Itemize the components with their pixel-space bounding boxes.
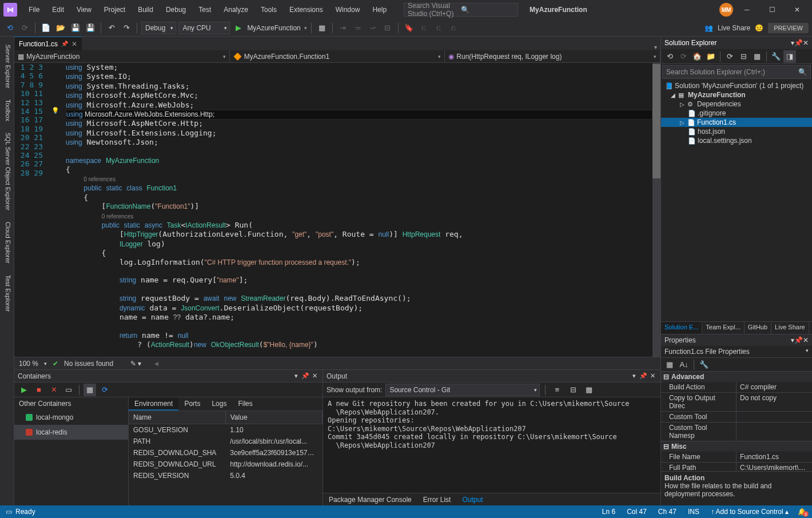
pin-panel-icon[interactable]: 📌 (794, 336, 803, 344)
col-name[interactable]: Name (129, 411, 225, 424)
bottom-tab-package-manager-console[interactable]: Package Manager Console (327, 495, 414, 505)
minimize-button[interactable]: ─ (735, 2, 758, 18)
tree-file-hostjson[interactable]: 📄host.json (661, 127, 812, 136)
undo-icon[interactable]: ↶ (105, 22, 118, 34)
platform-combo[interactable]: Any CPU (178, 22, 230, 34)
nav-member-combo[interactable]: ◉Run(HttpRequest req, ILogger log) (445, 50, 660, 62)
close-tab-icon[interactable]: ✕ (71, 40, 77, 48)
close-panel-icon[interactable]: ✕ (803, 336, 809, 344)
quick-search[interactable]: Search Visual Studio (Ctrl+Q) 🔍 (404, 3, 518, 17)
env-row[interactable]: GOSU_VERSION1.10 (129, 424, 323, 436)
left-tab-server-explorer[interactable]: Server Explorer (0, 39, 14, 94)
editor-scrollbar[interactable] (652, 63, 660, 357)
menu-file[interactable]: File (23, 2, 45, 17)
new-item-icon[interactable]: 📄 (39, 22, 52, 34)
props-categorized-icon[interactable]: ▦ (663, 358, 676, 371)
preview-button[interactable]: PREVIEW (768, 23, 809, 33)
tree-file-function1[interactable]: ▷📄Function1.cs (661, 118, 812, 127)
se-search-box[interactable]: Search Solution Explorer (Ctrl+;) 🔍 (662, 65, 811, 79)
cont-terminal-icon[interactable]: ▭ (62, 384, 75, 396)
save-icon[interactable]: 💾 (69, 22, 82, 34)
output-source-combo[interactable]: Source Control - Git (385, 384, 540, 396)
menu-help[interactable]: Help (367, 2, 392, 17)
prop-row[interactable]: Custom Tool Namesp (661, 423, 812, 441)
issues-label[interactable]: No issues found (64, 360, 113, 368)
pin-panel-icon[interactable]: 📌 (639, 372, 648, 381)
left-tab-test-explorer[interactable]: Test Explorer (0, 269, 14, 317)
menu-project[interactable]: Project (98, 2, 131, 17)
menu-analyze[interactable]: Analyze (218, 2, 254, 17)
close-panel-icon[interactable]: ✕ (310, 372, 319, 381)
status-line[interactable]: Ln 6 (602, 508, 615, 516)
toolbar-icon-8[interactable]: ⎌ (447, 22, 460, 34)
left-tab-toolbox[interactable]: Toolbox (0, 94, 14, 127)
nav-class-combo[interactable]: 🔶MyAzureFunction.Function1 (230, 50, 445, 62)
cont-stop-icon[interactable]: ■ (33, 384, 45, 396)
document-tab-function1[interactable]: Function1.cs 📌 ✕ (14, 37, 82, 50)
cont-tab-logs[interactable]: Logs (206, 397, 232, 411)
se-tab-0[interactable]: Solution E... (661, 322, 702, 334)
menu-debug[interactable]: Debug (160, 2, 192, 17)
nav-fwd-icon[interactable]: ⟳ (18, 22, 31, 34)
output-text[interactable]: A new Git repository has been created fo… (323, 397, 660, 493)
menu-extensions[interactable]: Extensions (284, 2, 329, 17)
live-share-button[interactable]: Live Share (718, 24, 750, 32)
toolbar-icon-7[interactable]: ⎌ (432, 22, 445, 34)
env-row[interactable]: PATH/usr/local/sbin:/usr/local... (129, 436, 323, 447)
config-combo[interactable]: Debug (141, 22, 176, 34)
se-tab-1[interactable]: Team Expl... (702, 322, 745, 334)
pin-panel-icon[interactable]: 📌 (301, 372, 310, 381)
output-wrap-icon[interactable]: ⊟ (567, 384, 579, 396)
step-over-icon[interactable]: ⤼ (352, 22, 364, 34)
se-tab-2[interactable]: GitHub (745, 322, 771, 334)
nav-project-combo[interactable]: ▦MyAzureFunction (14, 50, 230, 62)
prop-row[interactable]: Custom Tool (661, 412, 812, 423)
code-content[interactable]: using System; using System.IO; using Sys… (66, 63, 652, 357)
props-cat-misc[interactable]: ⊟Misc (661, 441, 812, 452)
left-tab-sql-server-object-explorer[interactable]: SQL Server Object Explorer (0, 127, 14, 216)
redo-icon[interactable]: ↷ (120, 22, 133, 34)
toolbar-icon-1[interactable]: ▦ (316, 22, 328, 34)
env-row[interactable]: REDIS_VERSION5.0.4 (129, 470, 323, 481)
left-tab-cloud-explorer[interactable]: Cloud Explorer (0, 216, 14, 269)
cont-tab-files[interactable]: Files (232, 397, 258, 411)
bottom-tab-error-list[interactable]: Error List (421, 495, 453, 505)
props-alpha-icon[interactable]: A↓ (678, 358, 690, 371)
cont-delete-icon[interactable]: ✕ (47, 384, 60, 396)
se-props-icon[interactable]: 🔧 (770, 50, 782, 63)
se-preview-icon[interactable]: ◨ (783, 50, 796, 63)
step-out-icon[interactable]: ⤻ (367, 22, 379, 34)
code-editor[interactable]: 1 2 3 4 5 6 7 8 9 10 11 12 13 14 15 16 1… (14, 63, 660, 357)
env-row[interactable]: REDIS_DOWNLOAD_SHA3ce9ceff5a23f60913e157… (129, 447, 323, 459)
se-back-icon[interactable]: ⟲ (663, 50, 676, 63)
tree-project[interactable]: ◢▦MyAzureFunction (661, 90, 812, 99)
menu-build[interactable]: Build (132, 2, 159, 17)
se-home-icon[interactable]: 🏠 (691, 50, 703, 63)
cont-attach-icon[interactable]: ▦ (83, 384, 96, 396)
notifications-icon[interactable]: 🔔3 (798, 508, 806, 516)
add-source-control[interactable]: ↑ Add to Source Control ▴ (711, 508, 789, 516)
start-button[interactable]: ▶ (232, 22, 245, 34)
cont-tab-ports[interactable]: Ports (178, 397, 206, 411)
toolbar-icon-6[interactable]: ⎌ (417, 22, 430, 34)
prop-row[interactable]: Build ActionC# compiler (661, 382, 812, 393)
lightbulb-icon[interactable]: 💡 (51, 107, 59, 114)
close-panel-icon[interactable]: ✕ (803, 39, 809, 47)
env-row[interactable]: REDIS_DOWNLOAD_URLhttp://download.redis.… (129, 459, 323, 470)
se-showall-icon[interactable]: ▦ (751, 50, 763, 63)
close-button[interactable]: ✕ (786, 2, 809, 18)
pin-icon[interactable]: 📌 (61, 41, 68, 47)
status-ch[interactable]: Ch 47 (658, 508, 676, 516)
window-position-icon[interactable]: ▾ (630, 372, 639, 381)
container-item-redis[interactable]: local-redis (14, 425, 128, 440)
menu-edit[interactable]: Edit (46, 2, 70, 17)
menu-view[interactable]: View (71, 2, 97, 17)
tree-solution[interactable]: 📘Solution 'MyAzureFunction' (1 of 1 proj… (661, 81, 812, 90)
cont-tab-environment[interactable]: Environment (129, 397, 178, 411)
status-col[interactable]: Col 47 (627, 508, 647, 516)
se-refresh-icon[interactable]: ⟳ (723, 50, 736, 63)
menu-window[interactable]: Window (330, 2, 366, 17)
window-position-icon[interactable]: ▾ (292, 372, 301, 381)
output-icon-3[interactable]: ▦ (583, 384, 595, 396)
bookmark-icon[interactable]: 🔖 (403, 22, 415, 34)
